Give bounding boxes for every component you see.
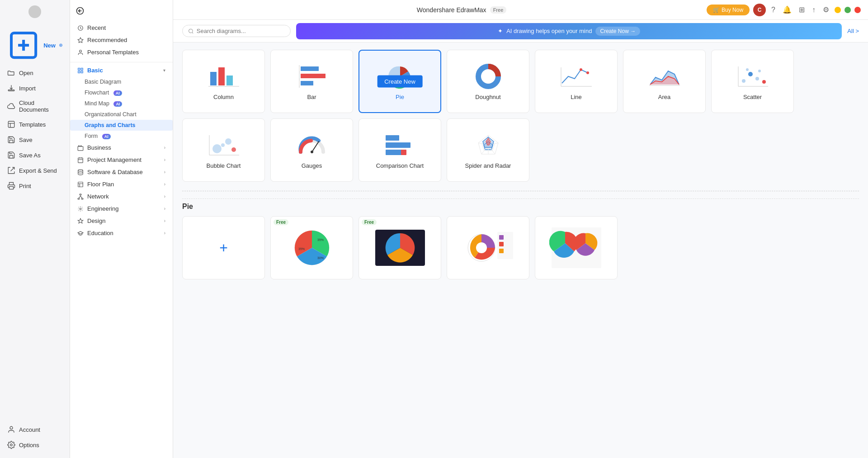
sidebar-mind-map[interactable]: Mind Map AI	[70, 98, 173, 109]
comparison-chart-icon	[382, 132, 418, 159]
sidebar-category-project-mgmt[interactable]: Project Management ›	[70, 154, 173, 166]
svg-point-63	[221, 143, 225, 147]
search-input[interactable]	[197, 28, 285, 34]
sidebar-org-chart[interactable]: Organizational Chart	[70, 109, 173, 120]
template-svg-3	[461, 225, 515, 270]
buy-now-label: Buy Now	[722, 7, 743, 13]
sidebar-item-options[interactable]: Options	[0, 437, 70, 453]
share-icon[interactable]: ↑	[810, 4, 817, 16]
user-avatar[interactable]: C	[753, 4, 766, 16]
apps-icon[interactable]: ⊞	[797, 4, 807, 16]
spider-radar-chart-icon	[470, 132, 506, 159]
chart-card-column[interactable]: Column	[182, 50, 265, 113]
window-minimize-button[interactable]	[835, 7, 841, 13]
chart-card-spider-radar[interactable]: Spider and Radar	[447, 118, 529, 182]
save-icon	[7, 136, 15, 144]
design-icon	[77, 218, 84, 224]
create-now-button[interactable]: Create Now →	[595, 27, 640, 36]
sidebar-category-software-db[interactable]: Software & Database ›	[70, 166, 173, 178]
template-card-4[interactable]	[535, 216, 618, 279]
ai-banner[interactable]: ✦ AI drawing helps open your mind Create…	[296, 23, 842, 39]
business-chevron-icon: ›	[164, 145, 165, 150]
sidebar-basic-diagram[interactable]: Basic Diagram	[70, 76, 173, 87]
sidebar-recommended[interactable]: Recommended	[70, 34, 173, 46]
sidebar-item-export[interactable]: Export & Send	[0, 163, 70, 178]
sidebar-item-import[interactable]: Import	[0, 80, 70, 96]
template-card-2[interactable]: Free	[359, 216, 441, 279]
area-label: Area	[658, 94, 670, 100]
back-button[interactable]	[70, 4, 173, 18]
doughnut-chart-icon	[470, 63, 506, 90]
template-thumb-1: 35% 30% 35%	[271, 217, 353, 279]
svg-point-34	[189, 29, 193, 33]
chart-card-scatter[interactable]: Scatter	[711, 50, 794, 113]
chart-card-comparison[interactable]: Comparison Chart	[359, 118, 441, 182]
sidebar-item-cloud[interactable]: Cloud Documents	[0, 96, 70, 117]
all-link[interactable]: All >	[847, 28, 859, 34]
engineering-icon	[77, 206, 84, 212]
sidebar-item-print[interactable]: Print	[0, 178, 70, 194]
sidebar-item-account[interactable]: Account	[0, 422, 70, 437]
spider-radar-label: Spider and Radar	[465, 162, 511, 169]
pie-label: Pie	[396, 94, 404, 100]
floorplan-icon	[77, 181, 84, 188]
svg-line-66	[312, 142, 319, 152]
sidebar-personal-templates[interactable]: Personal Templates	[70, 46, 173, 58]
business-icon	[77, 145, 84, 151]
sidebar-wide: Recent Recommended Personal Templates Ba…	[70, 0, 173, 458]
folder-icon	[7, 69, 15, 77]
bell-icon[interactable]: 🔔	[781, 4, 793, 16]
svg-rect-6	[8, 90, 14, 91]
chart-card-gauges[interactable]: Gauges	[270, 118, 353, 182]
svg-point-48	[586, 71, 589, 74]
chart-card-doughnut[interactable]: Doughnut	[447, 50, 529, 113]
window-close-button[interactable]	[854, 7, 861, 13]
svg-point-12	[10, 426, 13, 429]
template-add-new[interactable]: +	[182, 216, 265, 279]
software-icon	[77, 169, 84, 175]
sidebar-item-save-as[interactable]: Save As	[0, 147, 70, 163]
svg-rect-30	[80, 194, 81, 195]
app-title: Wondershare EdrawMax	[417, 6, 486, 14]
sidebar-item-templates[interactable]: Templates	[0, 117, 70, 132]
svg-rect-32	[81, 198, 83, 199]
sidebar-item-new[interactable]: New	[0, 25, 70, 65]
sidebar-category-business[interactable]: Business ›	[70, 142, 173, 154]
chart-card-bubble[interactable]: Bubble Chart	[182, 118, 265, 182]
line-label: Line	[571, 94, 582, 100]
chart-card-area[interactable]: Area	[623, 50, 706, 113]
template-card-1[interactable]: Free 35% 30% 35%	[270, 216, 353, 279]
plus-square-icon	[7, 29, 40, 61]
free-tag-2: Free	[362, 219, 377, 225]
chart-card-bar[interactable]: Bar	[270, 50, 353, 113]
svg-rect-19	[78, 68, 80, 70]
chart-grid: Column Bar	[182, 50, 859, 182]
software-chevron-icon: ›	[164, 170, 165, 175]
sidebar-category-education[interactable]: Education ›	[70, 227, 173, 239]
sidebar-category-design[interactable]: Design ›	[70, 215, 173, 227]
sidebar-item-save[interactable]: Save	[0, 132, 70, 147]
settings-icon[interactable]: ⚙	[821, 4, 831, 16]
chart-card-line[interactable]: Line	[535, 50, 618, 113]
buy-now-button[interactable]: 🛒 Buy Now	[707, 5, 750, 15]
main-content: Wondershare EdrawMax Free 🛒 Buy Now C ? …	[173, 0, 868, 458]
engineering-chevron-icon: ›	[164, 206, 165, 211]
question-icon[interactable]: ?	[769, 4, 777, 16]
template-card-3[interactable]	[447, 216, 529, 279]
sidebar-item-open[interactable]: Open	[0, 65, 70, 80]
sidebar-category-engineering[interactable]: Engineering ›	[70, 203, 173, 215]
ai-badge-flowchart: AI	[113, 90, 122, 96]
svg-line-10	[11, 167, 14, 171]
create-new-overlay[interactable]: Create New	[377, 76, 423, 88]
window-maximize-button[interactable]	[844, 7, 851, 13]
sidebar-category-network[interactable]: Network ›	[70, 190, 173, 203]
sidebar-category-floor-plan[interactable]: Floor Plan ›	[70, 178, 173, 190]
sidebar-category-basic[interactable]: Basic ▾	[70, 64, 173, 76]
bubble-chart-icon	[206, 132, 242, 159]
sidebar-recent[interactable]: Recent	[70, 22, 173, 34]
sidebar-graphs-charts[interactable]: Graphs and Charts	[70, 120, 173, 131]
sidebar-flowchart[interactable]: Flowchart AI	[70, 87, 173, 98]
chart-card-pie[interactable]: Create New Pie	[359, 50, 441, 113]
sidebar-form[interactable]: Form AI	[70, 131, 173, 142]
search-box[interactable]	[182, 25, 291, 37]
